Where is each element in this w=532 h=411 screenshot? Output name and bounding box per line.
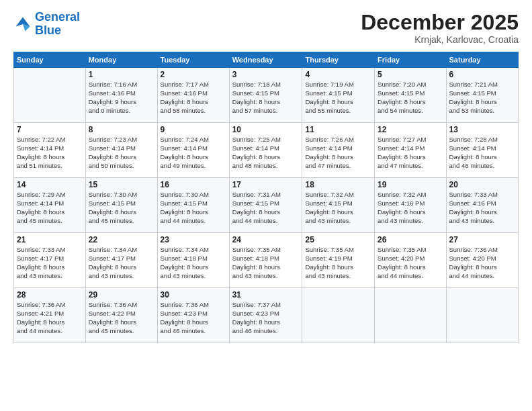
day-info: Sunrise: 7:27 AM Sunset: 4:14 PM Dayligh… [378,136,443,170]
day-number: 14 [17,180,83,189]
calendar-cell: 9Sunrise: 7:24 AM Sunset: 4:14 PM Daylig… [157,123,229,178]
day-info: Sunrise: 7:19 AM Sunset: 4:15 PM Dayligh… [305,81,371,115]
day-info: Sunrise: 7:37 AM Sunset: 4:23 PM Dayligh… [232,301,300,335]
calendar-cell: 1Sunrise: 7:16 AM Sunset: 4:16 PM Daylig… [85,68,157,123]
day-number: 11 [305,125,371,134]
calendar-cell: 3Sunrise: 7:18 AM Sunset: 4:15 PM Daylig… [229,68,302,123]
day-number: 13 [449,125,515,134]
calendar-cell: 22Sunrise: 7:34 AM Sunset: 4:17 PM Dayli… [85,233,157,288]
calendar-cell: 5Sunrise: 7:20 AM Sunset: 4:15 PM Daylig… [375,68,446,123]
header: General Blue December 2025 Krnjak, Karlo… [13,11,519,45]
day-number: 6 [449,70,515,79]
calendar-cell: 19Sunrise: 7:32 AM Sunset: 4:16 PM Dayli… [375,178,446,233]
day-info: Sunrise: 7:26 AM Sunset: 4:14 PM Dayligh… [305,136,371,170]
calendar-cell: 31Sunrise: 7:37 AM Sunset: 4:23 PM Dayli… [229,288,302,343]
weekday-header: Thursday [302,52,375,68]
day-number: 15 [89,180,154,189]
calendar-week-row: 7Sunrise: 7:22 AM Sunset: 4:14 PM Daylig… [14,123,519,178]
day-info: Sunrise: 7:36 AM Sunset: 4:20 PM Dayligh… [449,246,515,280]
day-number: 18 [305,180,371,189]
day-number: 3 [232,70,300,79]
calendar-cell: 21Sunrise: 7:33 AM Sunset: 4:17 PM Dayli… [14,233,86,288]
calendar-week-row: 28Sunrise: 7:36 AM Sunset: 4:21 PM Dayli… [14,288,519,343]
day-info: Sunrise: 7:32 AM Sunset: 4:16 PM Dayligh… [378,191,443,225]
day-info: Sunrise: 7:30 AM Sunset: 4:15 PM Dayligh… [161,191,226,225]
logo: General Blue [13,11,80,38]
calendar-cell: 26Sunrise: 7:35 AM Sunset: 4:20 PM Dayli… [375,233,446,288]
day-number: 7 [17,125,83,134]
day-info: Sunrise: 7:36 AM Sunset: 4:22 PM Dayligh… [89,301,154,335]
day-number: 1 [89,70,154,79]
day-info: Sunrise: 7:25 AM Sunset: 4:14 PM Dayligh… [232,136,300,170]
page-container: General Blue December 2025 Krnjak, Karlo… [0,0,532,411]
day-info: Sunrise: 7:36 AM Sunset: 4:23 PM Dayligh… [161,301,226,335]
day-info: Sunrise: 7:32 AM Sunset: 4:15 PM Dayligh… [305,191,371,225]
day-number: 19 [378,180,443,189]
day-number: 5 [378,70,443,79]
calendar-cell: 20Sunrise: 7:33 AM Sunset: 4:16 PM Dayli… [446,178,518,233]
calendar-cell: 23Sunrise: 7:34 AM Sunset: 4:18 PM Dayli… [157,233,229,288]
weekday-header: Friday [375,52,446,68]
day-number: 4 [305,70,371,79]
day-number: 10 [232,125,300,134]
month-year: December 2025 [361,11,519,34]
calendar-cell: 17Sunrise: 7:31 AM Sunset: 4:15 PM Dayli… [229,178,302,233]
calendar-cell: 7Sunrise: 7:22 AM Sunset: 4:14 PM Daylig… [14,123,86,178]
day-info: Sunrise: 7:24 AM Sunset: 4:14 PM Dayligh… [161,136,226,170]
calendar-cell [375,288,446,343]
day-number: 25 [305,235,371,244]
day-info: Sunrise: 7:22 AM Sunset: 4:14 PM Dayligh… [17,136,83,170]
calendar-cell: 15Sunrise: 7:30 AM Sunset: 4:15 PM Dayli… [85,178,157,233]
day-info: Sunrise: 7:34 AM Sunset: 4:17 PM Dayligh… [89,246,154,280]
day-number: 28 [17,290,83,300]
day-number: 12 [378,125,443,134]
calendar-week-row: 21Sunrise: 7:33 AM Sunset: 4:17 PM Dayli… [14,233,519,288]
day-number: 2 [161,70,226,79]
day-number: 31 [232,290,300,300]
calendar-cell: 18Sunrise: 7:32 AM Sunset: 4:15 PM Dayli… [302,178,375,233]
calendar-cell [14,68,86,123]
logo-blue: Blue [35,24,61,37]
calendar-week-row: 14Sunrise: 7:29 AM Sunset: 4:14 PM Dayli… [14,178,519,233]
day-number: 8 [89,125,154,134]
calendar-cell: 10Sunrise: 7:25 AM Sunset: 4:14 PM Dayli… [229,123,302,178]
day-number: 23 [161,235,226,244]
day-info: Sunrise: 7:28 AM Sunset: 4:14 PM Dayligh… [449,136,515,170]
day-info: Sunrise: 7:29 AM Sunset: 4:14 PM Dayligh… [17,191,83,225]
day-number: 20 [449,180,515,189]
calendar-cell [446,288,518,343]
calendar-week-row: 1Sunrise: 7:16 AM Sunset: 4:16 PM Daylig… [14,68,519,123]
calendar-cell: 13Sunrise: 7:28 AM Sunset: 4:14 PM Dayli… [446,123,518,178]
day-info: Sunrise: 7:35 AM Sunset: 4:18 PM Dayligh… [232,246,300,280]
day-number: 24 [232,235,300,244]
day-info: Sunrise: 7:20 AM Sunset: 4:15 PM Dayligh… [378,81,443,115]
day-info: Sunrise: 7:16 AM Sunset: 4:16 PM Dayligh… [89,81,154,115]
day-number: 17 [232,180,300,189]
day-number: 16 [161,180,226,189]
logo-text: General Blue [35,11,80,38]
calendar-cell [302,288,375,343]
calendar-cell: 27Sunrise: 7:36 AM Sunset: 4:20 PM Dayli… [446,233,518,288]
svg-marker-0 [16,17,30,26]
weekday-header: Tuesday [157,52,229,68]
calendar-cell: 29Sunrise: 7:36 AM Sunset: 4:22 PM Dayli… [85,288,157,343]
calendar-cell: 2Sunrise: 7:17 AM Sunset: 4:16 PM Daylig… [157,68,229,123]
calendar-table: SundayMondayTuesdayWednesdayThursdayFrid… [13,52,519,343]
calendar-cell: 14Sunrise: 7:29 AM Sunset: 4:14 PM Dayli… [14,178,86,233]
calendar-cell: 24Sunrise: 7:35 AM Sunset: 4:18 PM Dayli… [229,233,302,288]
day-info: Sunrise: 7:34 AM Sunset: 4:18 PM Dayligh… [161,246,226,280]
calendar-cell: 30Sunrise: 7:36 AM Sunset: 4:23 PM Dayli… [157,288,229,343]
weekday-header: Monday [85,52,157,68]
location: Krnjak, Karlovac, Croatia [361,34,519,45]
calendar-cell: 11Sunrise: 7:26 AM Sunset: 4:14 PM Dayli… [302,123,375,178]
calendar-cell: 25Sunrise: 7:35 AM Sunset: 4:19 PM Dayli… [302,233,375,288]
day-info: Sunrise: 7:35 AM Sunset: 4:19 PM Dayligh… [305,246,371,280]
day-number: 29 [89,290,154,300]
weekday-header: Sunday [14,52,86,68]
day-number: 26 [378,235,443,244]
day-info: Sunrise: 7:21 AM Sunset: 4:15 PM Dayligh… [449,81,515,115]
day-number: 27 [449,235,515,244]
calendar-cell: 16Sunrise: 7:30 AM Sunset: 4:15 PM Dayli… [157,178,229,233]
day-info: Sunrise: 7:18 AM Sunset: 4:15 PM Dayligh… [232,81,300,115]
day-info: Sunrise: 7:30 AM Sunset: 4:15 PM Dayligh… [89,191,154,225]
